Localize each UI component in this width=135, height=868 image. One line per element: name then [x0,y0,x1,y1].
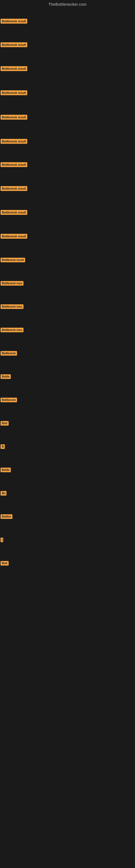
bottleneck-label-14: Bottleneck resu [1,328,24,332]
bottleneck-label-3: Bottleneck result [1,66,27,71]
bottleneck-label-12: Bottleneck resu [1,281,24,286]
bottleneck-label-13: Bottleneck resu [1,304,24,309]
bottleneck-label-17: Bottleneck [1,398,17,402]
bottleneck-label-6: Bottleneck result [1,139,27,144]
bottleneck-label-21: Bo [1,491,6,496]
bottleneck-label-23: | [1,538,3,542]
bottleneck-label-2: Bottleneck result [1,42,27,47]
bottleneck-label-1: Bottleneck result [1,19,27,24]
bottleneck-label-18: Bott [1,421,9,426]
bottleneck-label-15: Bottleneck [1,351,17,355]
labels-container: Bottleneck resultBottleneck resultBottle… [0,9,135,849]
site-title: TheBottlenecker.com [0,0,135,9]
bottleneck-label-4: Bottleneck result [1,90,27,95]
bottleneck-label-19: B [1,444,5,449]
bottleneck-label-16: Bottle [1,374,11,379]
bottleneck-label-24: Bott [1,561,9,565]
bottleneck-label-8: Bottleneck result [1,186,27,191]
bottleneck-label-7: Bottleneck result [1,162,27,167]
bottleneck-label-5: Bottleneck result [1,115,27,120]
bottleneck-label-9: Bottleneck result [1,210,27,215]
bottleneck-label-11: Bottleneck result [1,258,25,262]
bottleneck-label-10: Bottleneck result [1,234,27,239]
bottleneck-label-22: Bottlen [1,514,12,519]
bottleneck-label-20: Bottle [1,468,11,472]
